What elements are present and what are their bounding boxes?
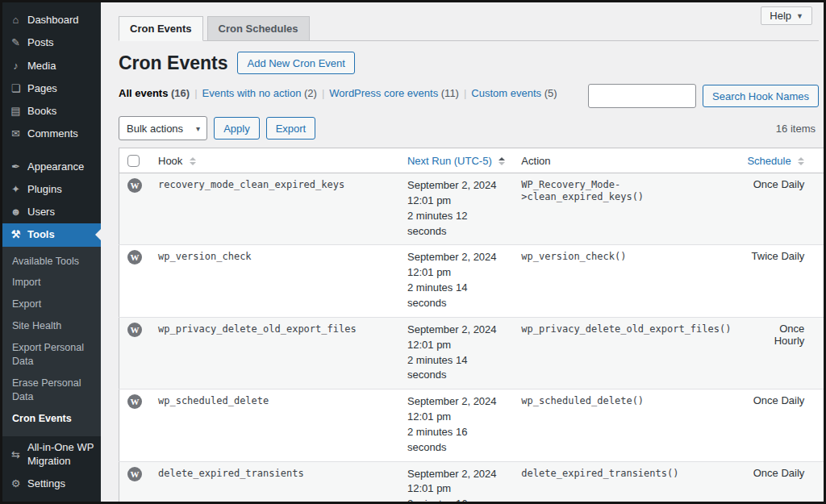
schedule-header-label: Schedule: [747, 155, 791, 167]
search-hook-names-button[interactable]: Search Hook Names: [703, 85, 819, 107]
sidebar-item-label: Plugins: [27, 183, 62, 196]
sidebar-item-users[interactable]: ☻Users: [2, 201, 101, 223]
sidebar-item-books[interactable]: ▤Books: [2, 100, 101, 123]
dashboard-icon: ⌂: [10, 14, 22, 27]
sidebar-item-posts[interactable]: ✎Posts: [2, 31, 101, 54]
sidebar-item-tools[interactable]: ⚒Tools: [2, 223, 101, 246]
filter-count: (5): [541, 87, 557, 99]
schedule-value: Once Daily: [739, 461, 824, 502]
filter-separator: |: [194, 87, 197, 99]
sidebar-item-label: Media: [27, 60, 56, 73]
sidebar-item-acf[interactable]: ❖ACF: [2, 495, 101, 502]
table-row: Wwp_privacy_delete_old_export_filesSepte…: [119, 317, 824, 389]
sidebar-item-dashboard[interactable]: ⌂Dashboard: [2, 9, 101, 31]
help-button[interactable]: Help ▼: [761, 6, 812, 25]
next-run-date: September 2, 2024 12:01 pm: [407, 250, 505, 281]
submenu-item-export[interactable]: Export: [2, 294, 101, 315]
filter-label: Custom events: [471, 87, 541, 99]
column-header-hook[interactable]: Hook: [150, 148, 399, 173]
filter-separator: |: [464, 87, 466, 99]
sort-arrows-icon: [499, 157, 505, 165]
select-all-checkbox[interactable]: [127, 155, 140, 167]
cron-events-table: Hook Next Run (UTC-5) Action Schedule: [119, 148, 824, 502]
sidebar-item-plugins[interactable]: ✦Plugins: [2, 178, 101, 201]
tab-cron-schedules[interactable]: Cron Schedules: [207, 16, 310, 41]
column-header-action: Action: [513, 148, 739, 173]
sidebar-item-label: Settings: [27, 477, 65, 490]
table-header: Hook Next Run (UTC-5) Action Schedule: [119, 148, 824, 173]
submenu-item-export-personal-data[interactable]: Export Personal Data: [2, 337, 101, 373]
filter-events-no-action[interactable]: Events with no action (2): [202, 87, 317, 99]
next-run-relative: 2 minutes 16 seconds: [407, 497, 505, 502]
sidebar-item-label: Books: [27, 105, 56, 118]
books-icon: ▤: [10, 105, 22, 118]
table-row: Wwp_scheduled_deleteSeptember 2, 2024 12…: [119, 389, 824, 461]
sidebar-item-settings[interactable]: ⚙Settings: [2, 473, 101, 495]
sidebar-item-label: ACF: [27, 500, 48, 502]
cron-table-body: Wrecovery_mode_clean_expired_keysSeptemb…: [119, 173, 824, 502]
table-wrap: Hook Next Run (UTC-5) Action Schedule: [119, 148, 819, 502]
settings-icon: ⚙: [10, 477, 22, 490]
sidebar-item-comments[interactable]: ✉Comments: [2, 123, 101, 145]
submenu-item-cron-events[interactable]: Cron Events: [2, 408, 101, 430]
submenu-item-erase-personal-data[interactable]: Erase Personal Data: [2, 373, 101, 408]
hook-header-label: Hook: [158, 155, 182, 167]
main-content: Help ▼ Cron Events Cron Schedules Cron E…: [101, 2, 824, 502]
wordpress-icon: W: [127, 178, 142, 193]
submenu-item-import[interactable]: Import: [2, 272, 101, 294]
schedule-value: Twice Daily: [739, 245, 824, 317]
action-callback: WP_Recovery_Mode->clean_expired_keys(): [521, 179, 644, 202]
sidebar-item-media[interactable]: ♪Media: [2, 55, 101, 77]
submenu-item-site-health[interactable]: Site Health: [2, 315, 101, 337]
export-button[interactable]: Export: [266, 117, 316, 140]
hook-name: wp_version_check: [158, 251, 252, 262]
schedule-value: Once Hourly: [739, 317, 824, 389]
nav-tabs: Cron Events Cron Schedules: [119, 16, 819, 41]
hook-name: delete_expired_transients: [158, 468, 304, 479]
page-title: Cron Events: [119, 52, 227, 74]
action-callback: delete_expired_transients(): [521, 468, 678, 479]
posts-icon: ✎: [10, 36, 22, 49]
toolbar: Bulk actions ▾ Apply Export 16 items: [119, 116, 819, 140]
sidebar-item-appearance[interactable]: ✒Appearance: [2, 156, 101, 178]
filter-label: Events with no action: [202, 87, 302, 99]
filter-custom-events[interactable]: Custom events (5): [471, 87, 557, 99]
app-frame: ⌂Dashboard✎Posts♪Media❏Pages▤Books✉Comme…: [0, 0, 826, 504]
filter-label: WordPress core events: [329, 87, 438, 99]
comments-icon: ✉: [10, 127, 22, 140]
submenu-item-available-tools[interactable]: Available Tools: [2, 251, 101, 273]
appearance-icon: ✒: [10, 160, 22, 173]
chevron-down-icon: ▾: [196, 124, 200, 133]
tab-cron-events[interactable]: Cron Events: [119, 16, 203, 41]
sidebar-item-label: Tools: [27, 228, 55, 241]
toolbar-left: Bulk actions ▾ Apply Export: [119, 116, 315, 140]
bulk-actions-label: Bulk actions: [127, 123, 183, 135]
filter-wordpress-core-events[interactable]: WordPress core events (11): [329, 87, 459, 99]
items-count: 16 items: [776, 123, 819, 135]
acf-icon: ❖: [10, 500, 22, 502]
tools-submenu: Available ToolsImportExportSite HealthEx…: [2, 247, 101, 437]
sidebar-item-aio-wp-migration[interactable]: ⇆All-in-One WP Migration: [2, 436, 101, 473]
action-header-label: Action: [521, 155, 550, 167]
next-run-relative: 2 minutes 12 seconds: [407, 209, 505, 240]
apply-button[interactable]: Apply: [214, 117, 260, 140]
next-run-date: September 2, 2024 12:01 pm: [407, 178, 505, 209]
action-callback: wp_scheduled_delete(): [521, 395, 644, 406]
column-header-next-run[interactable]: Next Run (UTC-5): [399, 148, 513, 173]
plugins-icon: ✦: [10, 183, 22, 196]
schedule-value: Once Daily: [739, 173, 824, 245]
sidebar-item-pages[interactable]: ❏Pages: [2, 77, 101, 100]
table-row: Wwp_version_checkSeptember 2, 2024 12:01…: [119, 245, 824, 317]
search-input[interactable]: [588, 84, 696, 108]
wordpress-icon: W: [127, 467, 142, 481]
column-header-schedule[interactable]: Schedule: [739, 148, 824, 173]
bulk-actions-select[interactable]: Bulk actions ▾: [119, 116, 207, 140]
filter-all-events[interactable]: All events (16): [119, 87, 190, 99]
next-run-header-label: Next Run (UTC-5): [407, 155, 492, 167]
search-box: Search Hook Names: [588, 84, 819, 108]
table-row: Wdelete_expired_transientsSeptember 2, 2…: [119, 461, 824, 502]
add-new-cron-event-button[interactable]: Add New Cron Event: [237, 52, 354, 74]
schedule-value: Once Daily: [739, 389, 824, 461]
next-run-relative: 2 minutes 14 seconds: [407, 353, 505, 384]
hook-name: wp_privacy_delete_old_export_files: [158, 323, 357, 335]
